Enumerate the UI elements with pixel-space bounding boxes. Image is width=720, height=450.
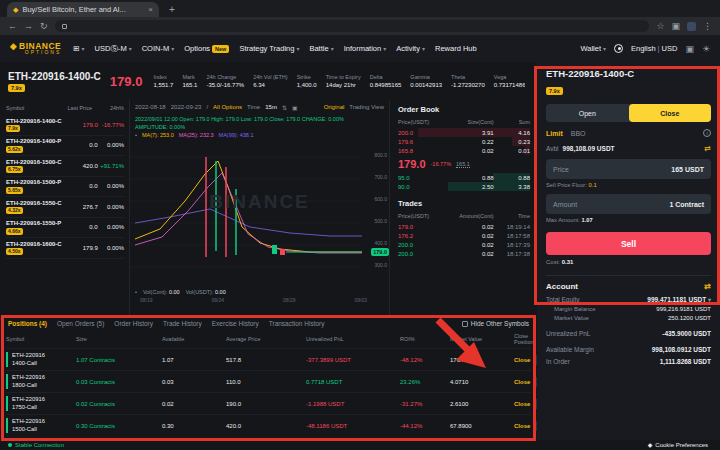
bid-row[interactable]: 95.00.880.88 (398, 173, 530, 182)
user-profile-icon[interactable] (614, 44, 623, 53)
transfer-icon[interactable]: ⇄ (704, 144, 711, 153)
amount-input[interactable]: Amount 1 Contract (546, 194, 711, 214)
position-row: ETH-2209161400-Call 1.07 Contracts 1.07 … (6, 348, 531, 370)
panel-leverage-tag: 7.9x (546, 87, 563, 95)
stat-theta: Theta-1.27230270 (451, 74, 485, 88)
chart-canvas[interactable]: BINANCE (130, 139, 389, 289)
nav-item-options[interactable]: OptionsNew (184, 44, 229, 53)
close-position-button[interactable]: Close (514, 423, 530, 429)
mid-last-price: 179.0 (398, 158, 426, 170)
browser-tab[interactable]: ◆ Buy/Sell Bitcoin, Ether and Al... × (7, 2, 159, 17)
products-grid-button[interactable]: ⊞▾ (73, 44, 84, 53)
tab-close-icon[interactable]: × (148, 5, 153, 14)
watchlist-row[interactable]: ETH-220916-1500-P5.65x 0.00.00% (6, 177, 124, 198)
extensions-icon[interactable]: ▣ (671, 21, 680, 31)
nav-item-strategy-trading[interactable]: Strategy Trading▾ (239, 44, 299, 53)
tab-trade-history[interactable]: Trade History (163, 320, 202, 327)
tab-positions[interactable]: Positions (4) (8, 320, 47, 327)
nav-item-coinm[interactable]: COIN-M▾ (142, 44, 175, 53)
chevron-down-icon: ▾ (383, 45, 386, 52)
hide-other-symbols-toggle[interactable]: Hide Other Symbols (462, 320, 529, 327)
orderbook-mid-price: 179.0 -16.77% 165.1 (398, 155, 530, 173)
tab-transaction-history[interactable]: Transaction History (269, 320, 325, 327)
back-icon[interactable]: ← (8, 21, 17, 31)
options-watchlist: Symbol Last Price 24h% ETH-220916-1400-C… (0, 100, 130, 316)
tab-trading-view[interactable]: Trading View (349, 104, 384, 110)
nav-item-usdm[interactable]: USDⓈ-M▾ (95, 44, 132, 54)
chevron-down-icon[interactable]: ▾ (708, 297, 711, 303)
star-icon[interactable]: ☆ (656, 21, 664, 31)
watchlist-row[interactable]: ETH-220916-1550-P4.66x 0.00.00% (6, 218, 124, 239)
checkbox-icon[interactable] (462, 321, 468, 327)
account-available-margin: Available Margin998,108.0912 USDT (546, 346, 711, 353)
nav-item-reward-hub[interactable]: Reward Hub (435, 44, 477, 53)
bid-row[interactable]: 90.02.503.38 (398, 182, 530, 191)
y-axis-label: 500.0 (374, 218, 387, 224)
ma-toggle-icon[interactable]: • (135, 132, 137, 138)
ask-row[interactable]: 200.03.914.16 (398, 128, 530, 137)
tab-order-history[interactable]: Order History (114, 320, 153, 327)
watchlist-row[interactable]: ETH-220916-1500-C6.75x 420.0+91.71% (6, 156, 124, 177)
y-axis-label: 600.0 (374, 196, 387, 202)
ask-row[interactable]: 165.80.020.01 (398, 146, 530, 155)
nav-item-activity[interactable]: Activity▾ (396, 44, 425, 53)
info-icon[interactable]: i (703, 129, 711, 137)
price-input[interactable]: Price 165 USDT (546, 159, 711, 179)
indicator-icon[interactable]: ▣ (292, 104, 298, 111)
watchlist-row[interactable]: ETH-220916-1600-C4.50x 179.90.00% (6, 238, 124, 259)
tab-original-chart[interactable]: Original (324, 104, 345, 110)
date-to[interactable]: 2022-09-23 (171, 104, 202, 110)
connection-status: Stable Connection (15, 442, 64, 448)
tab-close[interactable]: Close (629, 104, 712, 122)
account-transfer-icon[interactable]: ⇄ (704, 282, 711, 291)
url-bar[interactable] (55, 20, 650, 32)
close-position-button[interactable]: Close (514, 379, 530, 385)
sort-icon[interactable]: ⇅ (282, 104, 287, 111)
binance-logo[interactable]: ◆BINANCE OPTIONS (10, 42, 61, 56)
watchlist-row[interactable]: ETH-220916-1400-C7.9x 179.0-16.77% (6, 115, 124, 136)
watchlist-row[interactable]: ETH-220916-1550-C4.32x 276.70.00% (6, 197, 124, 218)
sell-button[interactable]: Sell (546, 232, 711, 255)
avbl-value: 998,108.09 USDT (563, 145, 615, 152)
watchlist-header-change[interactable]: 24h% (92, 105, 124, 111)
nav-item-battle[interactable]: Battle▾ (309, 44, 333, 53)
contract-symbol: ETH-220916-1400-C (8, 71, 101, 82)
site-info-icon[interactable] (62, 24, 67, 29)
wallet-menu[interactable]: Wallet▾ (580, 44, 606, 53)
watchlist-header-symbol[interactable]: Symbol (6, 105, 48, 111)
last-price-axis-tag: 179.0 (371, 248, 389, 256)
forward-icon[interactable]: → (24, 21, 33, 31)
tab-exercise-history[interactable]: Exercise History (212, 320, 259, 327)
order-type-limit[interactable]: Limit (546, 130, 563, 137)
tab-open-orders[interactable]: Open Orders (5) (57, 320, 104, 327)
all-options-filter[interactable]: All Options (213, 104, 242, 110)
close-position-button[interactable]: Close (514, 357, 530, 363)
reload-icon[interactable]: ↻ (40, 21, 48, 31)
ask-row[interactable]: 179.60.220.23 (398, 137, 530, 146)
theme-toggle-icon[interactable]: ☀ (702, 44, 710, 54)
trade-row: 176.20.0218:17:58 (398, 231, 530, 240)
browser-menu-icon[interactable]: ⋮ (703, 21, 712, 31)
cookie-preferences[interactable]: ◆ Cookie Preferences (648, 441, 708, 448)
date-from[interactable]: 2022-08-18 (135, 104, 166, 110)
browser-addressbar: ← → ↻ ☆ ▣ ⋮ (0, 17, 720, 35)
avbl-label: Avbl (546, 145, 559, 152)
close-position-button[interactable]: Close (514, 401, 530, 407)
interval-selector[interactable]: 15m (265, 104, 277, 110)
language-currency-selector[interactable]: English|USD (631, 44, 677, 53)
new-tab-button[interactable]: + (169, 2, 175, 17)
order-type-bbo[interactable]: BBO (571, 130, 586, 137)
nav-item-information[interactable]: Information▾ (344, 44, 387, 53)
vol-toggle-icon[interactable]: • (135, 289, 137, 295)
price-floor-label: Sell Price Floor: (546, 182, 587, 188)
download-app-icon[interactable]: ▣ (685, 44, 694, 54)
ob-header-sum: Sum (494, 119, 530, 125)
browser-profile-icon[interactable] (687, 22, 696, 31)
account-unrealized-pnl: Unrealized PnL-435.9000 USDT (546, 330, 711, 337)
tab-open[interactable]: Open (546, 104, 629, 122)
account-in-order: In Order1,111.8268 USDT (546, 358, 711, 365)
cost-label: Cost: (546, 259, 560, 265)
watchlist-row[interactable]: ETH-220916-1400-P5.62x 0.00.00% (6, 136, 124, 157)
binance-watermark: BINANCE (209, 191, 310, 213)
watchlist-header-price[interactable]: Last Price (48, 105, 92, 111)
